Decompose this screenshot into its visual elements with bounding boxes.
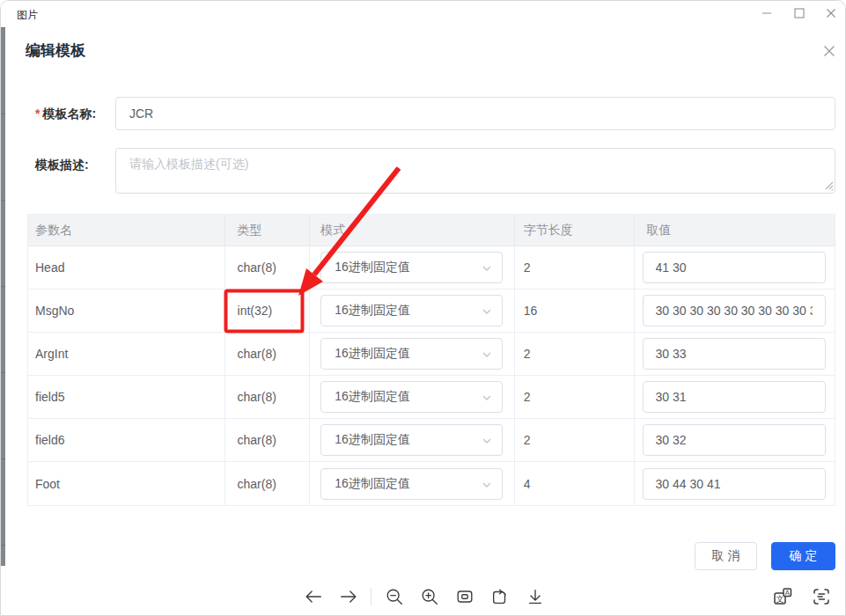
toolbar-divider — [371, 588, 372, 605]
dialog-title: 编辑模板 — [26, 40, 85, 61]
value-input[interactable] — [643, 295, 826, 326]
minimize-icon[interactable] — [752, 1, 782, 26]
col-header-type: 类型 — [225, 215, 311, 246]
table-row: MsgNo int(32) 16进制固定值 16 — [28, 290, 835, 333]
underlying-image-edge — [1, 27, 5, 566]
param-type-cell: char(8) — [225, 376, 311, 418]
ok-button[interactable]: 确 定 — [771, 542, 835, 570]
image-viewer-window: 图片 编辑模板 *模板名称: 模板描述: 参数名 类型 模式 字节长度 — [0, 0, 846, 616]
chevron-down-icon — [481, 435, 493, 450]
col-header-byte-length: 字节长度 — [515, 215, 635, 246]
byte-length-cell: 2 — [515, 246, 635, 289]
byte-length-cell: 2 — [515, 419, 635, 461]
template-name-label: *模板名称: — [35, 106, 96, 122]
param-name-cell: Head — [28, 246, 225, 289]
extract-text-icon[interactable] — [809, 584, 834, 609]
table-row: Head char(8) 16进制固定值 2 — [28, 246, 835, 290]
table-row: field6 char(8) 16进制固定值 2 — [28, 419, 835, 462]
download-icon[interactable] — [523, 584, 548, 609]
value-input[interactable] — [643, 381, 826, 413]
dialog-close-icon[interactable] — [820, 41, 839, 61]
table-row: Foot char(8) 16进制固定值 4 — [28, 462, 835, 505]
byte-length-cell: 4 — [515, 462, 635, 505]
mode-select[interactable]: 16进制固定值 — [320, 295, 503, 326]
col-header-mode: 模式 — [310, 215, 514, 246]
mode-select[interactable]: 16进制固定值 — [320, 468, 503, 500]
value-input[interactable] — [643, 424, 826, 456]
actual-size-icon[interactable] — [452, 584, 477, 609]
byte-length-cell: 16 — [515, 290, 635, 332]
forward-icon[interactable] — [336, 584, 361, 609]
param-name-cell: field5 — [28, 376, 225, 418]
param-type-cell-highlighted: int(32) — [225, 290, 311, 332]
param-name-cell: Foot — [28, 462, 225, 505]
chevron-down-icon — [481, 348, 493, 363]
chevron-down-icon — [481, 262, 493, 277]
rotate-icon[interactable] — [488, 584, 512, 609]
table-header-row: 参数名 类型 模式 字节长度 取值 — [28, 215, 835, 246]
mode-select[interactable]: 16进制固定值 — [320, 252, 503, 283]
chevron-down-icon — [481, 479, 493, 494]
byte-length-cell: 2 — [515, 333, 635, 375]
col-header-value: 取值 — [635, 215, 835, 246]
mode-select[interactable]: 16进制固定值 — [320, 338, 503, 370]
table-row: ArgInt char(8) 16进制固定值 2 — [28, 333, 835, 376]
param-name-cell: MsgNo — [28, 290, 225, 332]
parameter-table: 参数名 类型 模式 字节长度 取值 Head char(8) 16进制固定值 2… — [27, 214, 835, 506]
value-input[interactable] — [643, 468, 826, 500]
zoom-out-icon[interactable] — [382, 584, 407, 609]
maximize-icon[interactable] — [784, 1, 814, 26]
col-header-param-name: 参数名 — [28, 215, 225, 246]
param-type-cell: char(8) — [225, 246, 311, 289]
param-type-cell: char(8) — [225, 419, 311, 461]
chevron-down-icon — [481, 305, 493, 320]
svg-text:文: 文 — [776, 595, 784, 604]
window-title: 图片 — [17, 8, 38, 23]
required-mark: * — [35, 106, 40, 121]
param-type-cell: char(8) — [225, 333, 311, 375]
table-row: field5 char(8) 16进制固定值 2 — [28, 376, 835, 419]
param-name-cell: field6 — [28, 419, 225, 461]
svg-text:A: A — [785, 589, 791, 597]
back-icon[interactable] — [301, 584, 326, 609]
param-type-cell: char(8) — [225, 462, 311, 505]
close-window-icon[interactable] — [816, 1, 846, 26]
template-desc-label: 模板描述: — [35, 158, 89, 173]
template-desc-textarea[interactable] — [115, 148, 835, 194]
byte-length-cell: 2 — [515, 376, 635, 418]
cancel-button[interactable]: 取 消 — [695, 542, 757, 570]
textarea-resize-grip[interactable] — [821, 178, 835, 191]
title-bar: 图片 — [1, 1, 845, 27]
value-input[interactable] — [643, 252, 826, 283]
zoom-in-icon[interactable] — [417, 584, 442, 609]
param-name-cell: ArgInt — [28, 333, 225, 375]
chevron-down-icon — [481, 392, 493, 407]
value-input[interactable] — [643, 338, 826, 370]
translate-icon[interactable]: 文 A — [770, 584, 795, 609]
template-name-input[interactable] — [115, 97, 835, 130]
mode-select[interactable]: 16进制固定值 — [320, 424, 503, 456]
mode-select[interactable]: 16进制固定值 — [320, 381, 503, 413]
